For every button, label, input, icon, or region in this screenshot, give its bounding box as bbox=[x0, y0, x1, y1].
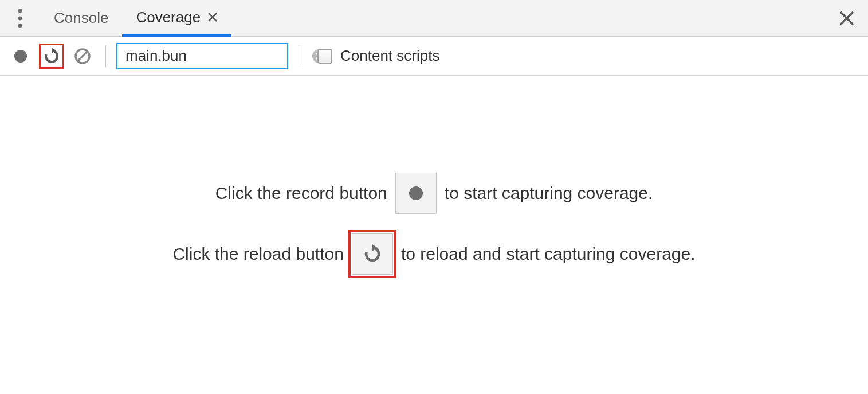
help-text: Click the record button bbox=[215, 184, 387, 203]
record-icon bbox=[407, 185, 425, 202]
reload-icon bbox=[43, 48, 60, 65]
close-icon bbox=[839, 10, 855, 26]
url-filter-box bbox=[116, 43, 288, 69]
coverage-toolbar: Content scripts bbox=[0, 37, 868, 76]
help-text: Click the reload button bbox=[172, 244, 344, 264]
tab-console[interactable]: Console bbox=[40, 0, 122, 36]
help-row-record: Click the record button to start capturi… bbox=[215, 173, 653, 214]
svg-point-2 bbox=[18, 24, 22, 28]
svg-point-1 bbox=[18, 16, 22, 20]
inline-record-button[interactable] bbox=[395, 173, 437, 214]
close-tab-icon[interactable] bbox=[207, 10, 218, 25]
more-menu-button[interactable] bbox=[6, 0, 34, 36]
reload-button[interactable] bbox=[39, 44, 64, 69]
tab-bar: Console Coverage bbox=[0, 0, 868, 37]
tabs: Console Coverage bbox=[40, 0, 231, 36]
svg-point-0 bbox=[18, 9, 22, 13]
svg-point-13 bbox=[409, 186, 423, 200]
clear-icon bbox=[74, 48, 91, 65]
tab-coverage[interactable]: Coverage bbox=[122, 1, 231, 37]
divider bbox=[299, 45, 299, 67]
close-panel-button[interactable] bbox=[832, 4, 861, 33]
coverage-empty-state: Click the record button to start capturi… bbox=[0, 76, 868, 394]
svg-point-7 bbox=[14, 50, 27, 63]
divider bbox=[105, 45, 106, 67]
record-icon bbox=[13, 49, 28, 64]
tab-label: Console bbox=[54, 9, 108, 27]
help-text: to reload and start capturing coverage. bbox=[401, 244, 696, 264]
inline-reload-button[interactable] bbox=[352, 233, 393, 275]
kebab-icon bbox=[18, 9, 22, 28]
svg-line-9 bbox=[77, 51, 88, 61]
record-button[interactable] bbox=[8, 44, 33, 69]
url-filter-input[interactable] bbox=[125, 47, 312, 65]
help-text-wrapper: Click the record button to start capturi… bbox=[172, 173, 695, 275]
content-scripts-label: Content scripts bbox=[340, 47, 439, 65]
help-text: to start capturing coverage. bbox=[445, 184, 653, 203]
tab-label: Coverage bbox=[136, 9, 201, 26]
checkbox-icon bbox=[317, 49, 332, 64]
help-row-reload: Click the reload button to reload and st… bbox=[172, 233, 695, 275]
clear-button[interactable] bbox=[70, 44, 95, 69]
content-scripts-toggle[interactable]: Content scripts bbox=[317, 47, 439, 65]
reload-icon bbox=[363, 244, 382, 264]
